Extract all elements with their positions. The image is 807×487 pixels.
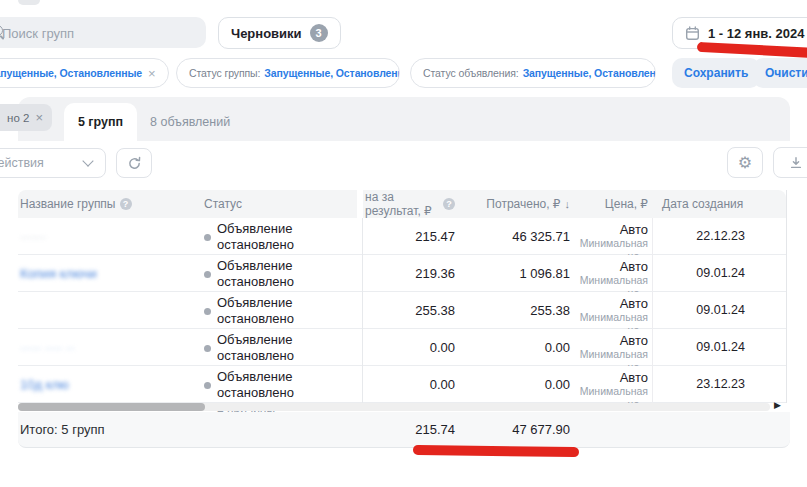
chevron-down-icon [82,155,93,166]
chip-value: Запущенные, Остановленные [523,67,656,79]
group-name-link[interactable]: 10д клю [20,377,69,392]
filter-chip-campaign-status[interactable]: Запущенные, Остановленные × [0,58,169,88]
clear-filters-button[interactable]: Очистить [753,58,807,88]
spent-value: 1 096.81 [463,255,570,292]
created-date: 09.01.24 [655,292,745,329]
actions-dropdown[interactable]: Действия [0,148,106,178]
price-cell: Авто Минимальная це... [560,292,648,329]
drafts-button[interactable]: Черновики 3 [218,17,341,49]
export-button[interactable] [773,147,807,178]
date-column-divider [652,218,653,403]
search-input[interactable] [0,17,194,50]
totals-cost-per-result: 215.74 [365,412,455,447]
status-cell: Объявление остановлено Остановлена [204,218,364,255]
price-cell: Авто Минимальная це... [560,366,648,403]
cutoff-element-fragment [18,0,40,5]
price-cell: Авто Минимальная це... [560,218,648,255]
group-name-link[interactable]: ····· ···· ·· [20,340,75,355]
frozen-pane-gap [357,190,363,218]
spent-value: 0.00 [463,329,570,366]
cost-per-result-value: 219.36 [365,255,455,292]
calendar-icon [685,26,700,41]
close-icon[interactable]: × [35,110,43,125]
gear-icon: ⚙ [738,153,752,172]
table-row: ····· ···· ·· Объявление остановлено 2 п… [18,329,786,366]
refresh-button[interactable] [116,148,152,178]
created-date: 22.12.23 [655,218,745,255]
column-header-created[interactable]: Дата создания [662,190,743,218]
chip-value: Запущенные, Остановленные [0,67,142,79]
totals-row: Итого: 5 групп 215.74 47 677.90 [18,412,790,448]
cost-per-result-value: 255.38 [365,292,455,329]
tab-groups[interactable]: 5 групп [64,103,137,141]
status-dot-icon [204,271,211,278]
totals-spent: 47 677.90 [463,412,570,447]
status-dot-icon [204,234,211,241]
totals-label: Итого: 5 групп [20,412,105,447]
drafts-label: Черновики [231,26,302,41]
spent-value: 46 325.71 [463,218,570,255]
column-header-cost-per-result[interactable]: на за результат, ₽ ? [365,190,455,218]
column-header-name[interactable]: Название группы ? [20,190,132,218]
cost-per-result-value: 0.00 [365,329,455,366]
column-header-price-label: Цена, ₽ [605,197,648,211]
selected-items-label: но 2 [7,112,29,124]
date-range-value: 1 - 12 янв. 2024 [708,26,804,41]
column-header-status[interactable]: Статус [204,190,242,218]
table-right-border [786,190,787,403]
group-name-link[interactable]: ······ [20,229,46,244]
column-header-spent-label: Потрачено, ₽ [486,197,560,211]
status-cell: Объявление остановлено 2 причины [204,329,364,366]
filter-chip-group-status[interactable]: Статус группы: Запущенные, Остановленные… [176,58,400,88]
download-icon [789,156,803,170]
help-icon: ? [443,198,455,210]
table-row: Копия ключи Объявление остановлено Остан… [18,255,786,292]
created-date: 09.01.24 [655,329,745,366]
table-row: 10д клю Объявление остановлено 2 причины… [18,366,786,403]
table-row: Объявление остановлено 2 причины 255.38 … [18,292,786,329]
actions-dropdown-label: Действия [0,156,44,170]
spent-value: 0.00 [463,366,570,403]
close-icon[interactable]: × [148,66,156,81]
column-header-created-label: Дата создания [662,197,743,211]
filter-chip-ad-status[interactable]: Статус объявления: Запущенные, Остановле… [410,58,656,88]
ads-manager-screen: Черновики 3 1 - 12 янв. 2024 Запущенные,… [0,0,807,487]
tab-ads[interactable]: 8 объявлений [150,103,230,141]
status-dot-icon [204,308,211,315]
column-header-name-label: Название группы [20,197,116,211]
horizontal-scrollbar-thumb[interactable] [18,403,205,411]
column-header-status-label: Статус [204,197,242,211]
column-header-price[interactable]: Цена, ₽ [560,190,648,218]
created-date: 09.01.24 [655,255,745,292]
help-icon: ? [120,198,132,210]
scroll-right-arrow-icon[interactable]: ▶ [774,400,781,410]
chip-label: Статус объявления: [423,67,519,79]
cost-per-result-value: 215.47 [365,218,455,255]
spent-value: 255.38 [463,292,570,329]
table-header: Название группы ? Статус на за результат… [18,190,786,218]
frozen-column-divider [362,218,363,403]
group-search [0,17,206,48]
refresh-icon [127,156,142,171]
save-filters-button[interactable]: Сохранить [672,58,760,88]
chip-label: Статус группы: [189,67,260,79]
cost-per-result-value: 0.00 [365,366,455,403]
status-dot-icon [204,345,211,352]
chip-value: Запущенные, Остановленные [264,67,400,79]
price-cell: Авто Минимальная це... [560,255,648,292]
price-cell: Авто Минимальная це... [560,329,648,366]
table-row: ······ Объявление остановлено Остановлен… [18,218,786,255]
column-header-cpr-label: на за результат, ₽ [365,190,439,218]
selected-items-chip[interactable]: но 2 × [0,104,52,131]
column-header-spent[interactable]: Потрачено, ₽ ↓ [463,190,570,218]
settings-button[interactable]: ⚙ [727,147,763,178]
status-dot-icon [204,382,211,389]
drafts-count-badge: 3 [310,24,328,42]
group-name-link[interactable]: Копия ключи [20,266,97,281]
status-cell: Объявление остановлено 2 причины [204,366,364,403]
status-cell: Объявление остановлено Остановлена [204,255,364,292]
created-date: 23.12.23 [655,366,745,403]
red-annotation-underline-totals [413,445,579,457]
status-cell: Объявление остановлено 2 причины [204,292,364,329]
